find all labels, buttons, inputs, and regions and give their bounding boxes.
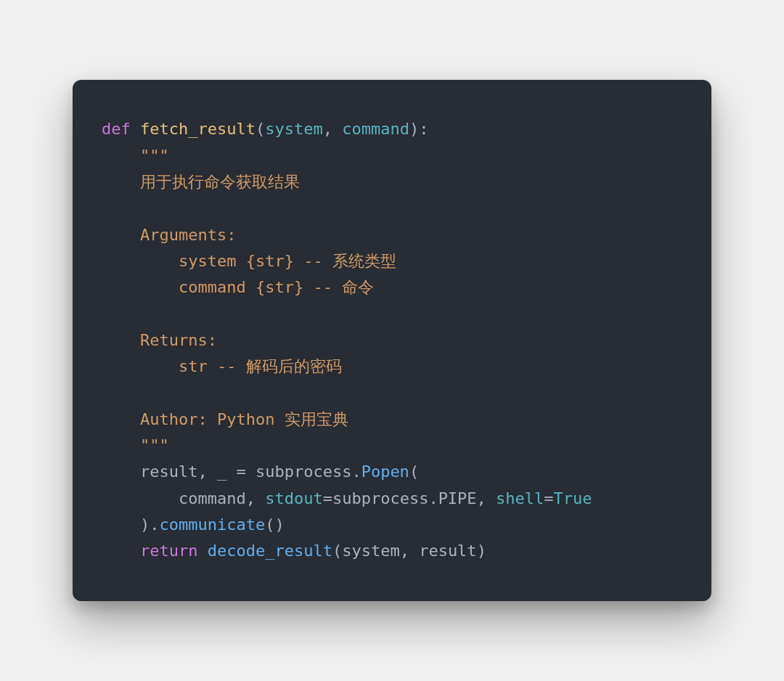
paren-open: ( (332, 542, 342, 560)
paren-close-colon: ): (409, 120, 429, 138)
const-pipe: PIPE (438, 489, 477, 507)
keyword-def: def (102, 120, 131, 138)
comma: , (246, 489, 266, 507)
parens: () (265, 515, 285, 534)
indent (102, 462, 140, 481)
indent (102, 278, 179, 296)
call-popen: Popen (362, 462, 409, 481)
equals: = (236, 462, 256, 481)
module-subprocess: subprocess (256, 462, 351, 481)
paren-close-dot: ). (140, 515, 160, 534)
code-block: def fetch_result(system, command): """ 用… (102, 116, 682, 564)
comma: , (477, 489, 497, 507)
docstring-line: 用于执行命令获取结果 (140, 173, 300, 191)
equals: = (544, 489, 553, 507)
comma: , (400, 542, 420, 560)
indent (102, 331, 140, 349)
space (197, 542, 207, 560)
indent (102, 436, 140, 454)
keyword-return: return (140, 542, 197, 560)
docstring-line: system {str} -- 系统类型 (179, 252, 396, 270)
kwarg-stdout: stdout (265, 489, 322, 507)
kwarg-shell: shell (496, 489, 544, 507)
arg-result: result (419, 542, 476, 560)
call-communicate: communicate (159, 515, 265, 534)
arg-command: command (179, 489, 246, 507)
docstring-open: """ (140, 147, 169, 165)
module-subprocess: subprocess (332, 489, 428, 507)
literal-true: True (554, 489, 592, 507)
paren-close: ) (477, 542, 486, 560)
indent (102, 410, 140, 428)
docstring-line: Author: Python 实用宝典 (140, 410, 348, 428)
docstring-close: """ (140, 436, 169, 454)
page-background: def fetch_result(system, command): """ 用… (0, 0, 784, 681)
dot: . (428, 489, 438, 507)
param-command: command (342, 120, 409, 138)
comma: , (323, 120, 343, 138)
indent (102, 226, 140, 244)
function-name: fetch_result (140, 120, 256, 138)
lhs-tuple: result, _ (140, 462, 236, 481)
indent (102, 147, 140, 165)
docstring-line: Returns: (140, 331, 217, 349)
paren-open: ( (256, 120, 265, 138)
call-decode-result: decode_result (208, 542, 332, 560)
indent (102, 252, 179, 270)
docstring-line: Arguments: (140, 226, 236, 244)
indent (102, 489, 179, 507)
indent (102, 357, 179, 375)
param-system: system (265, 120, 322, 138)
arg-system: system (342, 542, 399, 560)
space (131, 120, 140, 138)
code-card: def fetch_result(system, command): """ 用… (73, 80, 711, 600)
docstring-line: command {str} -- 命令 (179, 278, 374, 296)
indent (102, 542, 140, 560)
dot: . (351, 462, 361, 481)
equals: = (323, 489, 332, 507)
paren-open: ( (409, 462, 419, 481)
indent (102, 173, 140, 191)
indent (102, 515, 140, 534)
docstring-line: str -- 解码后的密码 (179, 357, 342, 375)
